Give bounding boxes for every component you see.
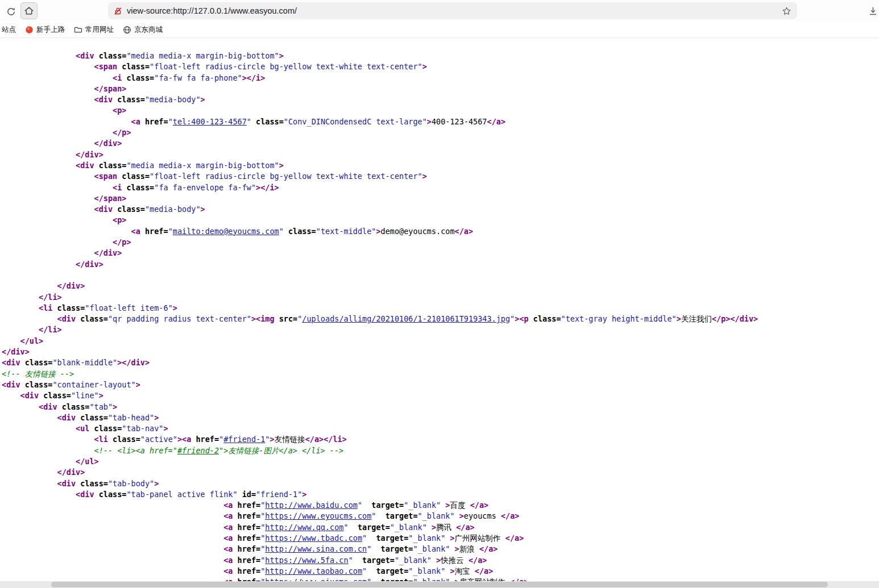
browser-window: view-source:http://127.0.0.1/www.easyou.… [0, 0, 879, 588]
source-line: <a href="mailto:demo@eyoucms.com" class=… [2, 226, 879, 237]
source-line: <div class="media media-x margin-big-bot… [2, 160, 879, 171]
source-line: </div> [2, 138, 879, 149]
source-line: <a href="http://www.qq.com" target="_bla… [2, 522, 879, 533]
source-line: <a href="tel:400-123-4567" class="Conv_D… [2, 116, 879, 127]
download-icon [868, 6, 878, 16]
source-line: <div class="media-body"> [2, 204, 879, 215]
source-line: <i class="fa-fw fa fa-phone"></i> [2, 73, 879, 84]
source-line: <div class="container-layout"> [2, 380, 879, 390]
source-code: <div class="media media-x margin-big-bot… [0, 38, 879, 587]
source-line: </p> [2, 127, 879, 138]
source-line: <div class="tab-body"> [2, 478, 879, 489]
source-link[interactable]: http://www.qq.com [265, 523, 343, 532]
source-line: </div> [2, 259, 879, 270]
insecure-site-icon[interactable] [114, 7, 122, 15]
source-link[interactable]: http://www.baidu.com [265, 501, 358, 510]
source-link[interactable]: https://www.eyoucms.com [265, 511, 371, 520]
source-line: <div class="tab-panel active flink" id="… [2, 489, 879, 500]
bookmarks-bar: 站点 新手上路 常用网址 [0, 22, 879, 38]
source-line: <a href="https://www.5fa.cn" target="_bl… [2, 555, 879, 566]
source-line: </ul> [2, 456, 879, 467]
bookmark-label: 常用网址 [85, 25, 114, 35]
source-line: <!-- <li><a href="#friend-2">友情链接-图片</a>… [2, 445, 879, 456]
source-line: <i class="fa fa-envelope fa-fw"></i> [2, 182, 879, 193]
home-button[interactable] [20, 2, 38, 19]
source-link[interactable]: https://www.5fa.cn [265, 556, 348, 565]
bookmark-label: 新手上路 [36, 25, 65, 35]
source-line: </li> [2, 324, 879, 335]
source-link[interactable]: #friend-1 [223, 435, 265, 444]
source-line: </p> [2, 237, 879, 248]
refresh-button[interactable] [5, 5, 17, 18]
source-line [2, 270, 879, 281]
source-link[interactable]: http://www.sina.com.cn [265, 544, 367, 553]
source-line: <div class="blank-middle"></div> [2, 357, 879, 368]
source-line: <div class="tab-head"> [2, 412, 879, 423]
source-line: <div class="media-body"> [2, 94, 879, 105]
red-circle-favicon [25, 26, 34, 34]
download-button[interactable] [866, 5, 879, 17]
source-line: <a href="http://www.baidu.com" target="_… [2, 500, 879, 511]
bookmark-label: 京东商城 [134, 25, 163, 35]
source-line: <div class="tab"> [2, 402, 879, 412]
source-line: <a href="http://www.taobao.com" target="… [2, 566, 879, 577]
source-link[interactable]: http://www.taobao.com [265, 566, 362, 576]
bookmark-item-jd-mall[interactable]: 京东商城 [123, 25, 163, 35]
address-bar[interactable]: view-source:http://127.0.0.1/www.easyou.… [108, 2, 797, 19]
bookmark-item-getting-started[interactable]: 新手上路 [25, 25, 65, 35]
source-link[interactable]: tel:400-123-4567 [173, 117, 247, 126]
source-line: </div> [2, 149, 879, 160]
source-line: <a href="https://www.tbadc.com" target="… [2, 533, 879, 544]
source-line: </li> [2, 292, 879, 303]
bookmark-star-icon [782, 6, 791, 16]
source-line: <div class="qr padding radius text-cente… [2, 314, 879, 324]
bookmark-label: 站点 [2, 25, 16, 35]
source-line: <p> [2, 105, 879, 116]
source-line: <span class="float-left radius-circle bg… [2, 171, 879, 182]
source-line: </div> [2, 347, 879, 357]
source-line: </div> [2, 248, 879, 258]
source-line: <li class="float-left item-6"> [2, 303, 879, 314]
home-icon [24, 6, 34, 16]
refresh-icon [6, 6, 16, 17]
url-text: view-source:http://127.0.0.1/www.easyou.… [127, 6, 297, 15]
globe-icon [123, 26, 131, 34]
source-line: <ul class="tab-nav"> [2, 423, 879, 434]
folder-icon [74, 26, 82, 34]
source-line: <div class="media media-x margin-big-bot… [2, 51, 879, 61]
source-line: <span class="float-left radius-circle bg… [2, 61, 879, 72]
bookmark-item-common-sites[interactable]: 常用网址 [74, 25, 114, 35]
source-line: </div> [2, 281, 879, 291]
source-line: </span> [2, 84, 879, 94]
source-line: </span> [2, 193, 879, 204]
browser-toolbar: view-source:http://127.0.0.1/www.easyou.… [0, 0, 879, 22]
source-link[interactable]: /uploads/allimg/20210106/1-2101061T91934… [302, 314, 510, 323]
source-line: <a href="https://www.eyoucms.com" target… [2, 511, 879, 522]
bookmark-star-button[interactable] [782, 6, 791, 16]
horizontal-scrollbar-thumb[interactable] [51, 582, 828, 587]
horizontal-scrollbar[interactable] [0, 581, 879, 588]
bookmark-item-sites[interactable]: 站点 [2, 25, 16, 35]
source-line: <li class="active"><a href="#friend-1">友… [2, 434, 879, 445]
source-line: </ul> [2, 336, 879, 347]
source-line: </div> [2, 467, 879, 478]
source-line: <div class="line"> [2, 390, 879, 401]
source-line: <!-- 友情链接 --> [2, 369, 879, 380]
source-link[interactable]: https://www.tbadc.com [265, 533, 362, 543]
source-link[interactable]: mailto:demo@eyoucms.com [173, 227, 279, 236]
source-line: <p> [2, 215, 879, 226]
source-line: <a href="http://www.sina.com.cn" target=… [2, 544, 879, 554]
